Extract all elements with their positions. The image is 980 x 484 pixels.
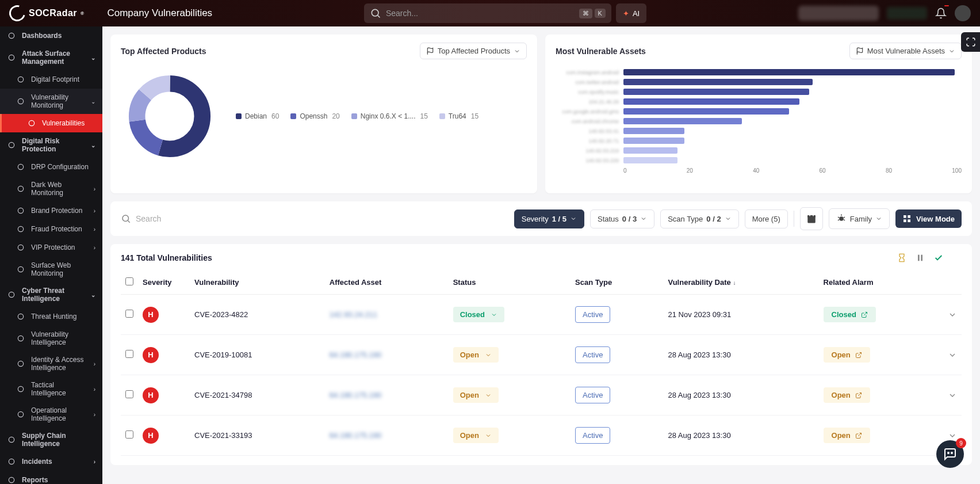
asset-cell[interactable]: 142.93.24.211 <box>330 310 377 319</box>
row-checkbox[interactable] <box>125 430 133 439</box>
card-drop-label: Top Affected Products <box>438 47 510 55</box>
card-dropdown[interactable]: Most Vulnerable Assets <box>849 43 962 59</box>
topbar: SOCRadar ® Company Vulnerabilities ⌘ K ✦… <box>0 0 980 26</box>
pause-icon[interactable] <box>916 253 925 262</box>
sidebar-item[interactable]: Surface Web Monitoring <box>0 257 102 282</box>
table-search[interactable] <box>121 214 508 224</box>
sidebar-item[interactable]: Threat Hunting <box>0 307 102 326</box>
asset-cell[interactable]: 64.190.175.190 <box>330 350 381 359</box>
card-dropdown[interactable]: Top Affected Products <box>420 43 527 59</box>
table-row[interactable]: H CVE-2021-34798 64.190.175.190 Open Act… <box>121 375 962 416</box>
svg-point-16 <box>18 336 23 341</box>
filter-family[interactable]: Family <box>829 208 890 229</box>
filter-scantype[interactable]: Scan Type 0 / 2 <box>660 209 739 228</box>
chat-badge: 9 <box>956 438 966 448</box>
global-search[interactable]: ⌘ K <box>364 3 611 23</box>
sidebar-item-label: Fraud Protection <box>31 225 82 233</box>
row-checkbox[interactable] <box>125 350 133 358</box>
check-icon[interactable] <box>934 253 943 262</box>
chevron-icon: ⌄ <box>91 142 95 148</box>
sidebar-item[interactable]: Cyber Threat Intelligence⌄ <box>0 282 102 307</box>
kbd-cmd: ⌘ <box>579 9 592 18</box>
asset-cell[interactable]: 64.190.175.190 <box>330 391 381 399</box>
column-header[interactable] <box>121 270 138 295</box>
filter-more[interactable]: More (5) <box>745 209 788 228</box>
sidebar-item[interactable]: Fraud Protection› <box>0 220 102 238</box>
chevron-icon: ⌄ <box>91 98 95 105</box>
sidebar-item[interactable]: Vulnerability Intelligence <box>0 326 102 351</box>
column-header[interactable] <box>943 270 962 295</box>
severity-badge: H <box>143 428 159 444</box>
user-avatar[interactable] <box>955 5 971 21</box>
table-row[interactable]: H CVE-2019-10081 64.190.175.190 Open Act… <box>121 335 962 375</box>
bar-fill <box>623 118 742 124</box>
status-pill[interactable]: Open <box>453 387 499 403</box>
filter-status[interactable]: Status 0 / 3 <box>590 209 654 228</box>
view-mode-button[interactable]: View Mode <box>895 209 962 228</box>
bar-fill <box>623 79 813 85</box>
column-header[interactable]: Vulnerability Date ↓ <box>663 270 818 295</box>
sidebar-item[interactable]: VIP Protection› <box>0 238 102 257</box>
sidebar-item[interactable]: Dashboards <box>0 26 102 45</box>
status-pill[interactable]: Open <box>453 347 499 363</box>
sidebar-item[interactable]: Supply Chain Intelligence <box>0 427 102 452</box>
table-row[interactable]: H CVE-2023-4822 142.93.24.211 Closed Act… <box>121 295 962 335</box>
column-header[interactable]: Related Alarm <box>819 270 943 295</box>
status-indicator[interactable] <box>887 7 927 20</box>
alarm-pill[interactable]: Open <box>824 428 870 443</box>
bar-fill <box>623 147 677 154</box>
sidebar-item[interactable]: Incidents› <box>0 452 102 471</box>
download-icon[interactable] <box>952 253 962 262</box>
sidebar-item[interactable]: Vulnerabilities <box>0 114 102 132</box>
expand-row-icon[interactable] <box>948 310 957 319</box>
column-header[interactable]: Status <box>449 270 571 295</box>
status-pill[interactable]: Open <box>453 428 499 443</box>
pending-icon[interactable] <box>897 253 906 262</box>
column-header[interactable]: Scan Type <box>571 270 663 295</box>
sidebar-item[interactable]: Vulnerability Monitoring⌄ <box>0 89 102 114</box>
sidebar-item-icon <box>16 359 25 368</box>
org-selector[interactable] <box>798 6 879 21</box>
sidebar-item-label: Vulnerability Intelligence <box>31 330 95 346</box>
chevron-down-icon <box>485 432 492 439</box>
row-checkbox[interactable] <box>125 310 133 318</box>
ai-button[interactable]: ✦ AI <box>616 3 646 23</box>
sidebar-item[interactable]: Dark Web Monitoring› <box>0 176 102 201</box>
alarm-pill[interactable]: Open <box>824 347 870 363</box>
bar-row: com.android.chrome <box>556 116 962 126</box>
sidebar-item[interactable]: Operational Intelligence› <box>0 402 102 427</box>
alarm-pill[interactable]: Closed <box>824 307 876 322</box>
sidebar-item[interactable]: Identity & Access Intelligence› <box>0 351 102 376</box>
sidebar-item[interactable]: Tactical Intelligence› <box>0 376 102 402</box>
status-pill[interactable]: Closed <box>453 307 504 322</box>
column-header[interactable]: Affected Asset <box>325 270 449 295</box>
table-search-input[interactable] <box>136 214 508 223</box>
sidebar-item[interactable]: Reports <box>0 471 102 484</box>
sidebar-item[interactable]: Attack Surface Management⌄ <box>0 45 102 70</box>
sidebar-item[interactable]: Brand Protection› <box>0 201 102 220</box>
expand-rail-button[interactable] <box>961 32 980 52</box>
table-row[interactable]: H CVE-2021-33193 64.190.175.190 Open Act… <box>121 416 962 456</box>
expand-row-icon[interactable] <box>948 350 957 360</box>
external-link-icon <box>861 311 868 318</box>
global-search-input[interactable] <box>381 9 577 18</box>
filter-severity[interactable]: Severity 1 / 5 <box>514 209 584 228</box>
expand-row-icon[interactable] <box>948 391 957 400</box>
asset-cell[interactable]: 64.190.175.190 <box>330 431 381 440</box>
notifications-button[interactable] <box>935 7 947 19</box>
column-header[interactable]: Severity <box>138 270 190 295</box>
date-filter-button[interactable] <box>800 207 823 230</box>
expand-row-icon[interactable] <box>948 431 957 440</box>
legend-swatch <box>290 113 296 119</box>
row-checkbox[interactable] <box>125 390 133 398</box>
chat-fab[interactable]: 9 <box>936 440 964 468</box>
sidebar-item[interactable]: Digital Risk Protection⌄ <box>0 132 102 158</box>
column-header[interactable]: Vulnerability <box>190 270 325 295</box>
legend-name: Nginx 0.6.X < 1.... <box>361 112 416 120</box>
logo[interactable]: SOCRadar ® <box>9 5 84 21</box>
alarm-pill[interactable]: Open <box>824 387 870 403</box>
select-all-checkbox[interactable] <box>125 277 133 285</box>
sidebar-item[interactable]: DRP Configuration <box>0 158 102 176</box>
svg-point-22 <box>9 477 14 482</box>
sidebar-item[interactable]: Digital Footprint <box>0 70 102 89</box>
